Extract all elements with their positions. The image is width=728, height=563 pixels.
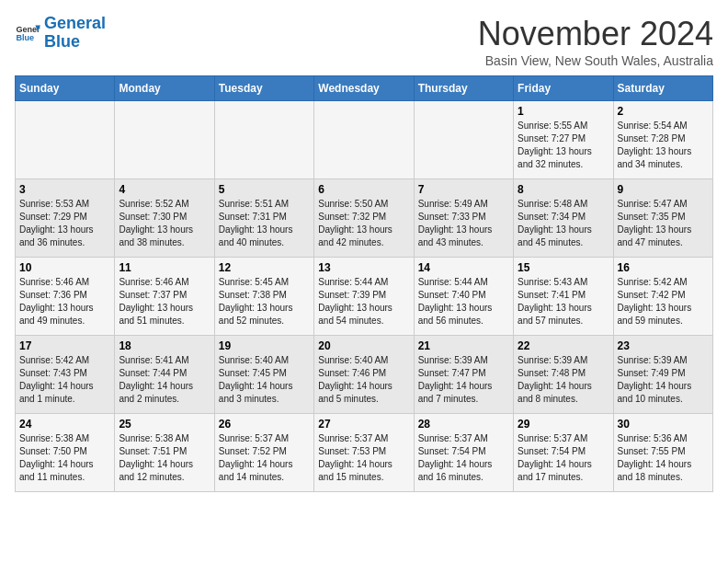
day-info: Sunrise: 5:51 AM Sunset: 7:31 PM Dayligh… (219, 198, 310, 249)
svg-text:Blue: Blue (16, 33, 34, 42)
calendar-cell (214, 101, 313, 179)
column-header-thursday: Thursday (414, 76, 513, 101)
day-number: 29 (518, 418, 609, 431)
calendar-cell: 21Sunrise: 5:39 AM Sunset: 7:47 PM Dayli… (414, 336, 513, 414)
day-number: 8 (518, 183, 609, 196)
day-number: 27 (318, 418, 409, 431)
calendar-cell: 26Sunrise: 5:37 AM Sunset: 7:52 PM Dayli… (214, 414, 313, 492)
day-info: Sunrise: 5:43 AM Sunset: 7:41 PM Dayligh… (518, 276, 609, 327)
day-number: 2 (618, 105, 709, 118)
calendar-cell: 18Sunrise: 5:41 AM Sunset: 7:44 PM Dayli… (115, 336, 214, 414)
day-info: Sunrise: 5:37 AM Sunset: 7:54 PM Dayligh… (418, 432, 509, 484)
logo: General Blue GeneralBlue (15, 15, 106, 52)
calendar-cell: 15Sunrise: 5:43 AM Sunset: 7:41 PM Dayli… (514, 258, 613, 336)
calendar-cell: 16Sunrise: 5:42 AM Sunset: 7:42 PM Dayli… (613, 258, 712, 336)
day-info: Sunrise: 5:52 AM Sunset: 7:30 PM Dayligh… (119, 198, 210, 249)
day-info: Sunrise: 5:39 AM Sunset: 7:49 PM Dayligh… (618, 354, 709, 406)
day-number: 14 (418, 261, 509, 274)
calendar-cell: 22Sunrise: 5:39 AM Sunset: 7:48 PM Dayli… (514, 336, 613, 414)
day-number: 25 (119, 418, 210, 431)
calendar-week-row: 3Sunrise: 5:53 AM Sunset: 7:29 PM Daylig… (16, 179, 713, 258)
calendar-cell: 20Sunrise: 5:40 AM Sunset: 7:46 PM Dayli… (314, 336, 414, 414)
calendar-cell: 12Sunrise: 5:45 AM Sunset: 7:38 PM Dayli… (214, 258, 313, 336)
day-info: Sunrise: 5:47 AM Sunset: 7:35 PM Dayligh… (618, 198, 709, 249)
calendar-cell: 24Sunrise: 5:38 AM Sunset: 7:50 PM Dayli… (16, 414, 115, 492)
day-number: 4 (119, 183, 210, 196)
calendar-cell: 29Sunrise: 5:37 AM Sunset: 7:54 PM Dayli… (514, 414, 613, 492)
title-section: November 2024 Basin View, New South Wale… (478, 15, 713, 68)
calendar-cell: 23Sunrise: 5:39 AM Sunset: 7:49 PM Dayli… (613, 336, 712, 414)
column-header-saturday: Saturday (613, 76, 712, 101)
calendar-cell: 9Sunrise: 5:47 AM Sunset: 7:35 PM Daylig… (613, 179, 712, 258)
calendar-week-row: 17Sunrise: 5:42 AM Sunset: 7:43 PM Dayli… (16, 336, 713, 414)
day-info: Sunrise: 5:53 AM Sunset: 7:29 PM Dayligh… (19, 198, 110, 249)
day-info: Sunrise: 5:41 AM Sunset: 7:44 PM Dayligh… (119, 354, 210, 406)
day-number: 5 (219, 183, 310, 196)
calendar-cell (16, 101, 115, 179)
day-info: Sunrise: 5:54 AM Sunset: 7:28 PM Dayligh… (618, 120, 709, 171)
column-header-wednesday: Wednesday (314, 76, 414, 101)
day-number: 11 (119, 261, 210, 274)
day-number: 26 (219, 418, 310, 431)
day-number: 9 (618, 183, 709, 196)
calendar-cell (414, 101, 513, 179)
day-info: Sunrise: 5:55 AM Sunset: 7:27 PM Dayligh… (518, 120, 609, 171)
calendar-header-row: SundayMondayTuesdayWednesdayThursdayFrid… (16, 76, 713, 101)
day-info: Sunrise: 5:48 AM Sunset: 7:34 PM Dayligh… (518, 198, 609, 249)
month-title: November 2024 (478, 15, 713, 53)
page-header: General Blue GeneralBlue November 2024 B… (15, 15, 713, 68)
column-header-sunday: Sunday (16, 76, 115, 101)
calendar-cell (115, 101, 214, 179)
column-header-monday: Monday (115, 76, 214, 101)
day-number: 22 (518, 339, 609, 352)
day-info: Sunrise: 5:38 AM Sunset: 7:50 PM Dayligh… (19, 432, 110, 484)
day-info: Sunrise: 5:46 AM Sunset: 7:36 PM Dayligh… (19, 276, 110, 327)
day-number: 18 (119, 339, 210, 352)
day-number: 12 (219, 261, 310, 274)
calendar-cell: 3Sunrise: 5:53 AM Sunset: 7:29 PM Daylig… (16, 179, 115, 258)
calendar-cell: 2Sunrise: 5:54 AM Sunset: 7:28 PM Daylig… (613, 101, 712, 179)
day-number: 23 (618, 339, 709, 352)
day-info: Sunrise: 5:39 AM Sunset: 7:48 PM Dayligh… (518, 354, 609, 406)
day-number: 20 (318, 339, 409, 352)
day-number: 17 (19, 339, 110, 352)
calendar-week-row: 1Sunrise: 5:55 AM Sunset: 7:27 PM Daylig… (16, 101, 713, 179)
day-info: Sunrise: 5:36 AM Sunset: 7:55 PM Dayligh… (618, 432, 709, 484)
calendar-cell: 14Sunrise: 5:44 AM Sunset: 7:40 PM Dayli… (414, 258, 513, 336)
calendar-cell: 19Sunrise: 5:40 AM Sunset: 7:45 PM Dayli… (214, 336, 313, 414)
column-header-friday: Friday (514, 76, 613, 101)
day-info: Sunrise: 5:44 AM Sunset: 7:39 PM Dayligh… (318, 276, 409, 327)
day-number: 13 (318, 261, 409, 274)
day-number: 19 (219, 339, 310, 352)
calendar-cell: 30Sunrise: 5:36 AM Sunset: 7:55 PM Dayli… (613, 414, 712, 492)
calendar-cell: 17Sunrise: 5:42 AM Sunset: 7:43 PM Dayli… (16, 336, 115, 414)
day-info: Sunrise: 5:42 AM Sunset: 7:43 PM Dayligh… (19, 354, 110, 406)
calendar-cell: 10Sunrise: 5:46 AM Sunset: 7:36 PM Dayli… (16, 258, 115, 336)
column-header-tuesday: Tuesday (214, 76, 313, 101)
calendar-cell: 4Sunrise: 5:52 AM Sunset: 7:30 PM Daylig… (115, 179, 214, 258)
calendar-cell: 6Sunrise: 5:50 AM Sunset: 7:32 PM Daylig… (314, 179, 414, 258)
day-number: 7 (418, 183, 509, 196)
day-info: Sunrise: 5:46 AM Sunset: 7:37 PM Dayligh… (119, 276, 210, 327)
day-info: Sunrise: 5:39 AM Sunset: 7:47 PM Dayligh… (418, 354, 509, 406)
day-info: Sunrise: 5:40 AM Sunset: 7:45 PM Dayligh… (219, 354, 310, 406)
day-number: 30 (618, 418, 709, 431)
calendar-cell: 13Sunrise: 5:44 AM Sunset: 7:39 PM Dayli… (314, 258, 414, 336)
calendar-table: SundayMondayTuesdayWednesdayThursdayFrid… (15, 75, 713, 492)
day-info: Sunrise: 5:37 AM Sunset: 7:52 PM Dayligh… (219, 432, 310, 484)
logo-icon: General Blue (15, 20, 40, 46)
location: Basin View, New South Wales, Australia (478, 53, 713, 68)
calendar-cell: 27Sunrise: 5:37 AM Sunset: 7:53 PM Dayli… (314, 414, 414, 492)
calendar-cell: 7Sunrise: 5:49 AM Sunset: 7:33 PM Daylig… (414, 179, 513, 258)
calendar-week-row: 24Sunrise: 5:38 AM Sunset: 7:50 PM Dayli… (16, 414, 713, 492)
logo-text: GeneralBlue (44, 15, 106, 52)
day-info: Sunrise: 5:49 AM Sunset: 7:33 PM Dayligh… (418, 198, 509, 249)
day-number: 28 (418, 418, 509, 431)
calendar-week-row: 10Sunrise: 5:46 AM Sunset: 7:36 PM Dayli… (16, 258, 713, 336)
calendar-cell: 5Sunrise: 5:51 AM Sunset: 7:31 PM Daylig… (214, 179, 313, 258)
calendar-cell: 25Sunrise: 5:38 AM Sunset: 7:51 PM Dayli… (115, 414, 214, 492)
day-info: Sunrise: 5:37 AM Sunset: 7:54 PM Dayligh… (518, 432, 609, 484)
day-number: 1 (518, 105, 609, 118)
calendar-cell: 8Sunrise: 5:48 AM Sunset: 7:34 PM Daylig… (514, 179, 613, 258)
day-number: 15 (518, 261, 609, 274)
